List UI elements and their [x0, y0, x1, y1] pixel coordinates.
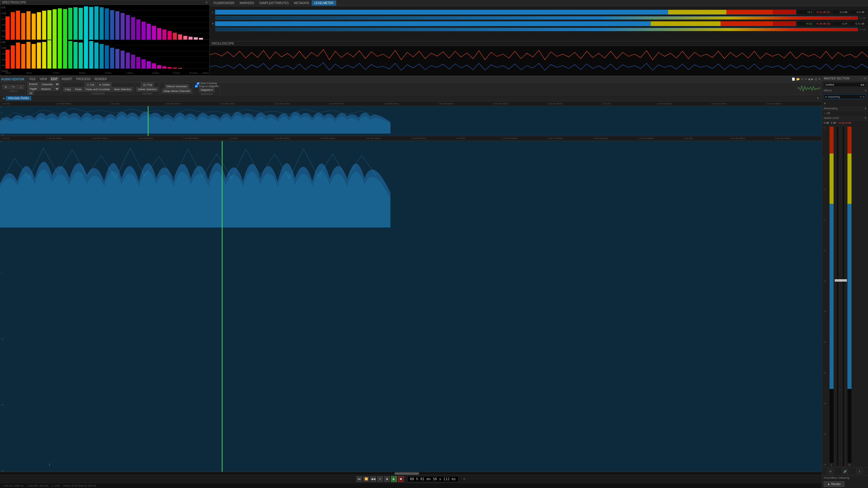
crop-btn[interactable]: ⊡ Crop: [141, 83, 154, 87]
back-frame-btn[interactable]: ◀◀: [370, 476, 376, 482]
svg-rect-32: [84, 6, 88, 40]
svg-text:0dB: 0dB: [1, 41, 5, 44]
preset-load-icon[interactable]: ◀: [860, 83, 862, 86]
tab-levelmeter[interactable]: LEVELMETER: [312, 1, 336, 5]
fader-R-thumb[interactable]: [840, 279, 847, 282]
svg-rect-20: [21, 13, 25, 40]
edit-icon: ✎: [4, 85, 7, 89]
copy-btn[interactable]: Copy: [63, 87, 72, 92]
svg-rect-22: [32, 13, 36, 40]
zero-crossing-checkbox[interactable]: [197, 83, 199, 85]
master-minimize-icon[interactable]: −: [862, 77, 863, 80]
fx-edit-icon[interactable]: ✎: [860, 95, 862, 98]
svg-text:5.1kHz: 5.1kHz: [173, 72, 180, 74]
menu-edit[interactable]: EDIT: [50, 77, 60, 81]
track-scroll-left[interactable]: ◀: [1, 97, 6, 100]
close-editor-icon[interactable]: ✕: [818, 77, 820, 80]
new-icon[interactable]: 📄: [792, 77, 795, 80]
toggle-btn[interactable]: Toggle: [28, 87, 39, 91]
mute-selection-btn[interactable]: Mute Selection: [112, 87, 133, 92]
ts-row2: Toggle Regions: [28, 87, 60, 91]
fx-add-row: +: [822, 100, 868, 106]
fx-power-icon[interactable]: ●: [825, 95, 827, 98]
snap-magnets-row: Snap to Magnets: [195, 85, 218, 88]
vu-label-30: -30: [823, 372, 828, 374]
menu-view[interactable]: VIEW: [38, 77, 49, 81]
resampling-collapse-icon[interactable]: ▾: [865, 107, 866, 110]
menu-render[interactable]: RENDER: [93, 77, 108, 81]
vu-label-6: -6: [823, 219, 828, 221]
track-arrow-right[interactable]: ▼: [815, 97, 820, 100]
silence-generator-btn[interactable]: Silence Generator: [164, 84, 189, 89]
spectroscope-close-btn[interactable]: ✕: [205, 1, 208, 4]
tab-metadata[interactable]: METADATA: [291, 1, 311, 5]
open-icon[interactable]: 📂: [796, 77, 800, 80]
waveform-btn[interactable]: 〜: [10, 85, 17, 89]
stop-btn[interactable]: ■: [384, 476, 390, 482]
extend-btn[interactable]: Extend: [28, 83, 39, 87]
svg-rect-77: [89, 41, 93, 68]
snap-magnets-checkbox[interactable]: [195, 85, 198, 88]
tl-mark-l9: 1 min 56s 800ms: [411, 137, 457, 139]
fx-bypass-icon[interactable]: ⊘: [863, 95, 865, 98]
tab-markers[interactable]: MARKERS: [237, 1, 256, 5]
delete-btn[interactable]: ✕ Delete: [97, 83, 112, 87]
speaker-btn[interactable]: ♪: [18, 85, 24, 89]
swap-stereo-btn[interactable]: Swap Stereo Channels: [162, 89, 192, 93]
preset-save-icon[interactable]: ▶: [863, 83, 865, 86]
loop-back-btn[interactable]: ↩: [377, 476, 383, 482]
regions-dropdown[interactable]: Regions: [39, 87, 60, 91]
paste-btn[interactable]: Paste: [73, 87, 83, 92]
rewind-btn[interactable]: ⏪: [363, 476, 369, 482]
cut-btn[interactable]: ✂ Cut: [85, 83, 96, 87]
delete-selection-btn[interactable]: Delete Selection: [136, 87, 159, 92]
svg-rect-29: [68, 8, 72, 40]
tl-mark-l15: 1 min 58s: [684, 137, 730, 139]
svg-rect-93: [173, 68, 177, 68]
tl-mark-l16: 1 min 58s 200ms: [730, 137, 775, 139]
all-btn[interactable]: All: [28, 91, 34, 95]
magnets-btn[interactable]: Magnets ▾: [199, 88, 215, 92]
editor-menu: FILE VIEW EDIT INSERT PROCESS RENDER: [28, 77, 108, 81]
undo-icon[interactable]: ↩: [801, 77, 803, 80]
fwd-arrow-icon[interactable]: ▶: [811, 77, 814, 80]
scrollbar-lower[interactable]: [0, 472, 822, 475]
channels-dropdown[interactable]: Channels: [40, 83, 60, 86]
skip-start-btn[interactable]: ⏮: [356, 476, 362, 482]
menu-process[interactable]: PROCESS: [74, 77, 92, 81]
tab-filebrowser[interactable]: FILEBROWSER: [211, 1, 237, 5]
redo-icon[interactable]: ↪: [804, 77, 807, 80]
paste-crossfade-btn[interactable]: Paste and Crossfade: [84, 87, 112, 92]
play-btn[interactable]: ▶: [391, 476, 397, 482]
fader-R-track[interactable]: [842, 126, 845, 466]
record-btn[interactable]: ⏺: [398, 476, 404, 482]
master-close-icon[interactable]: ✕: [864, 77, 866, 80]
render-btn[interactable]: ► Render: [824, 481, 844, 487]
master-link-btn[interactable]: 🔗: [842, 469, 848, 474]
effects-collapse-icon[interactable]: ▾: [865, 89, 866, 92]
master-info-btn[interactable]: ℹ: [857, 469, 863, 474]
master-level-collapse-icon[interactable]: ▾: [865, 117, 866, 120]
menu-insert[interactable]: INSERT: [60, 77, 74, 81]
track-tab-infectado[interactable]: Infectado ReMix: [6, 96, 31, 100]
waveform-lower[interactable]: 0 -2 -6 -12 -24 -48 |: [0, 141, 822, 472]
menu-file[interactable]: FILE: [28, 77, 37, 81]
svg-rect-35: [99, 7, 103, 40]
cut-row1: ⊡ Crop: [141, 83, 154, 87]
fx-item-masterrig[interactable]: ● MasterRig ✎ ⊘: [824, 94, 866, 99]
lm-readout-R: +0.02 +0.38 dB (E) -0.37 -5.71 dB: [798, 22, 866, 26]
fx-add-btn[interactable]: +: [824, 101, 826, 105]
back-arrow-icon[interactable]: ◀: [808, 77, 810, 80]
fader-L-track[interactable]: [836, 126, 839, 466]
editor-status: 1 min 31 s 489 ms 2 min 28 s 402 ms x: 1…: [0, 483, 822, 488]
scroll-thumb-lower[interactable]: [395, 473, 419, 475]
maximize-icon[interactable]: ⊡: [815, 77, 817, 80]
svg-rect-41: [131, 17, 135, 40]
tl-mark-l10: 1 min 57s: [457, 137, 502, 139]
edit-project-btn[interactable]: ✎: [2, 85, 9, 89]
fader-L-thumb[interactable]: [835, 279, 841, 282]
tab-sampleattributes[interactable]: SAMPLEATTRIBUTES: [256, 1, 291, 5]
lm-inner-L: -0.4 dB: [859, 17, 866, 19]
waveform-upper[interactable]: 0 -6 -12 -18 -24 -48: [0, 106, 822, 136]
master-settings-btn[interactable]: ⚙: [827, 469, 834, 474]
